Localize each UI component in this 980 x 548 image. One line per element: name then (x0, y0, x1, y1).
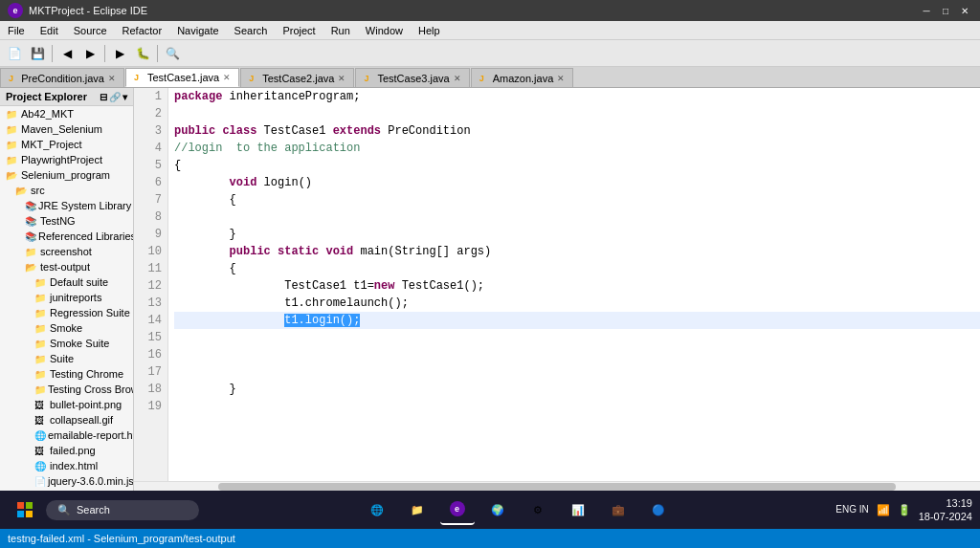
tree-item[interactable]: 🖼failed.png (0, 443, 133, 458)
taskbar-left: 🔍 Search (8, 493, 199, 527)
code-line[interactable] (174, 398, 980, 415)
taskbar-search-bar[interactable]: 🔍 Search (46, 500, 199, 520)
taskbar-clock[interactable]: 13:19 18-07-2024 (919, 496, 972, 524)
menu-item-search[interactable]: Search (227, 21, 276, 39)
taskbar-app-4[interactable]: ⚙ (521, 494, 555, 525)
tree-item[interactable]: 📁Testing Chrome (0, 366, 133, 382)
tab-PreCondition-java[interactable]: JPreCondition.java✕ (0, 68, 124, 87)
toolbar-sep2 (104, 45, 105, 62)
start-button[interactable] (8, 493, 42, 527)
tree-item[interactable]: 📁Smoke Suite (0, 336, 133, 351)
code-line[interactable] (174, 346, 980, 363)
tree-item[interactable]: 🖼bullet-point.png (0, 397, 133, 412)
tree-item[interactable]: 📂Selenium_program (0, 167, 133, 183)
tab-TestCase2-java[interactable]: JTestCase2.java✕ (240, 68, 354, 87)
tree-item[interactable]: 📁Regression Suite (0, 305, 133, 320)
tree-item[interactable]: 📁MKT_Project (0, 137, 133, 152)
collapse-icon[interactable]: ⊟ (100, 92, 107, 102)
taskbar-app-7[interactable]: 🔵 (641, 494, 676, 525)
taskbar-app-1[interactable]: 🌐 (360, 494, 394, 525)
taskbar-app-6[interactable]: 💼 (601, 494, 635, 525)
tree-item[interactable]: 📂src (0, 183, 133, 198)
menu-item-run[interactable]: Run (323, 21, 358, 39)
tree-item[interactable]: 📂test-output (0, 259, 133, 274)
tree-item[interactable]: 📁Maven_Selenium (0, 121, 133, 137)
tree-item[interactable]: 📁junitreports (0, 290, 133, 305)
tab-close-icon[interactable]: ✕ (454, 74, 461, 83)
tab-Amazon-java[interactable]: JAmazon.java✕ (471, 68, 574, 87)
code-line[interactable]: } (174, 381, 980, 398)
taskbar-app-eclipse[interactable]: e (440, 494, 475, 525)
tab-close-icon[interactable]: ✕ (557, 74, 565, 83)
menu-item-window[interactable]: Window (358, 21, 411, 39)
menu-item-edit[interactable]: Edit (33, 21, 66, 39)
tree-item[interactable]: 🖼collapseall.gif (0, 412, 133, 427)
status-bar: testng-failed.xml - Selenium_program/tes… (0, 529, 980, 548)
toolbar-run[interactable]: ▶ (109, 43, 130, 64)
tab-close-icon[interactable]: ✕ (338, 74, 345, 83)
menu-item-project[interactable]: Project (275, 21, 323, 39)
tree-item[interactable]: 🌐emailable-report.html (0, 427, 133, 443)
link-icon[interactable]: 🔗 (109, 92, 121, 102)
close-button[interactable]: ✕ (957, 3, 972, 18)
maximize-button[interactable]: □ (938, 3, 953, 18)
tab-close-icon[interactable]: ✕ (108, 74, 116, 83)
java-icon: J (249, 74, 258, 83)
tab-TestCase3-java[interactable]: JTestCase3.java✕ (355, 68, 469, 87)
tree-item[interactable]: 📚Referenced Libraries (0, 229, 133, 244)
code-line[interactable]: t1.chromelaunch(); (174, 295, 980, 312)
tree-item[interactable]: 📁PlaywrightProject (0, 152, 133, 167)
tree-item[interactable]: 📄jquery-3.6.0.min.js (0, 473, 133, 489)
menu-item-help[interactable]: Help (411, 21, 448, 39)
code-line[interactable] (174, 105, 980, 122)
code-lines[interactable]: package inheritanceProgram;public class … (168, 88, 980, 481)
tree-item[interactable]: 📁Smoke (0, 320, 133, 336)
tree-item[interactable]: 📁screenshot (0, 244, 133, 259)
panel-menu-icon[interactable]: ▾ (122, 92, 127, 102)
taskbar-app-2[interactable]: 📁 (400, 494, 434, 525)
tree-item[interactable]: 📚JRE System Library [JavaSE...] (0, 198, 133, 213)
code-line[interactable]: public static void main(String[] args) (174, 243, 980, 260)
taskbar-wifi-icon: 📶 (877, 504, 890, 516)
code-line[interactable]: public class TestCase1 extends PreCondit… (174, 122, 980, 140)
taskbar-app-5[interactable]: 📊 (561, 494, 595, 525)
toolbar-search[interactable]: 🔍 (162, 43, 183, 64)
tree-item[interactable]: 📁Ab42_MKT (0, 106, 133, 121)
code-line[interactable]: TestCase1 t1=new TestCase1(); (174, 277, 980, 295)
toolbar-back[interactable]: ◀ (56, 43, 78, 64)
code-line[interactable] (174, 208, 980, 226)
windows-icon (17, 502, 33, 517)
code-line[interactable] (174, 329, 980, 346)
tree-item[interactable]: 📁Testing Cross Browser (0, 382, 133, 397)
code-line[interactable]: //login to the application (174, 140, 980, 157)
tree-item[interactable]: 📁Suite (0, 351, 133, 366)
menu-item-navigate[interactable]: Navigate (169, 21, 226, 39)
menu-item-file[interactable]: File (0, 21, 33, 39)
code-line[interactable]: t1.login(); (174, 312, 980, 329)
title-bar-controls: ─ □ ✕ (919, 3, 972, 18)
code-line[interactable]: { (174, 191, 980, 208)
taskbar-app-chrome[interactable]: 🌍 (480, 494, 515, 525)
code-line[interactable]: } (174, 226, 980, 243)
toolbar-new[interactable]: 📄 (4, 43, 25, 64)
horizontal-scrollbar[interactable] (134, 481, 980, 491)
code-line[interactable]: { (174, 260, 980, 277)
line-number: 13 (140, 295, 162, 312)
line-number: 11 (140, 260, 162, 277)
scroll-thumb[interactable] (218, 483, 895, 491)
code-line[interactable]: void login() (174, 174, 980, 191)
tree-item[interactable]: 📁Default suite (0, 274, 133, 290)
minimize-button[interactable]: ─ (919, 3, 934, 18)
tree-item[interactable]: 🌐index.html (0, 458, 133, 473)
code-line[interactable]: package inheritanceProgram; (174, 88, 980, 105)
menu-item-source[interactable]: Source (66, 21, 115, 39)
toolbar-forward[interactable]: ▶ (79, 43, 100, 64)
tab-close-icon[interactable]: ✕ (223, 73, 231, 82)
code-line[interactable]: { (174, 157, 980, 174)
tree-item[interactable]: 📚TestNG (0, 213, 133, 229)
code-line[interactable] (174, 363, 980, 381)
toolbar-debug[interactable]: 🐛 (132, 43, 153, 64)
toolbar-save[interactable]: 💾 (27, 43, 48, 64)
menu-item-refactor[interactable]: Refactor (115, 21, 170, 39)
tab-TestCase1-java[interactable]: JTestCase1.java✕ (125, 68, 239, 87)
